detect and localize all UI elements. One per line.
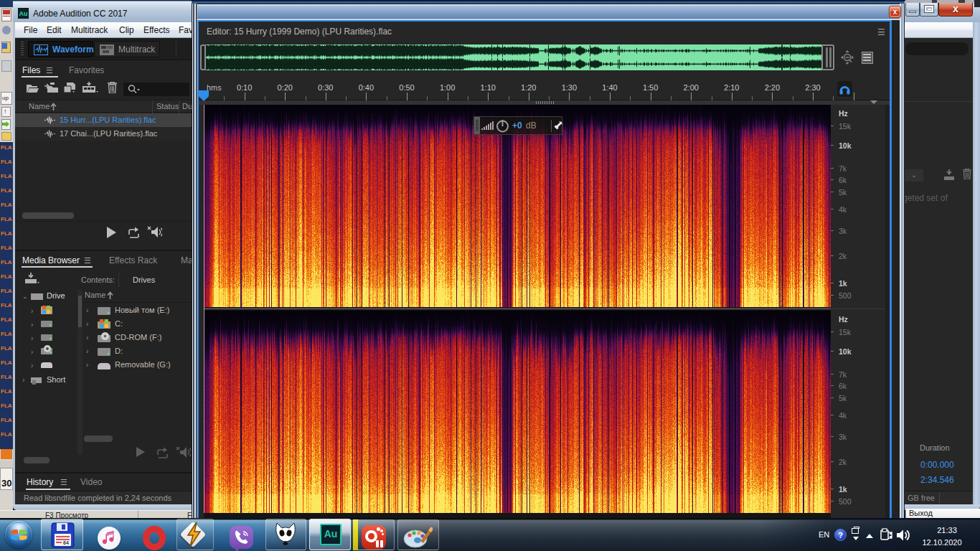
svg-text:64: 64	[63, 540, 69, 545]
